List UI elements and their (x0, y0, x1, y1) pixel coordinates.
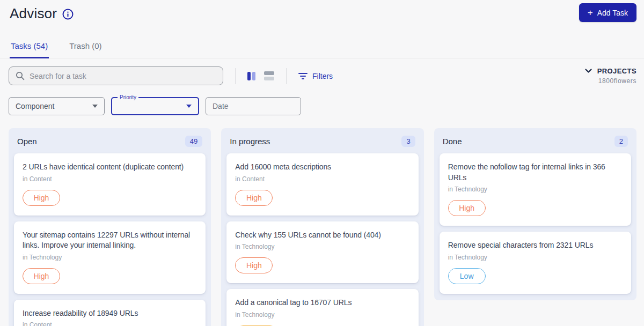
divider (235, 68, 236, 84)
priority-badge: High (23, 190, 60, 206)
column-title: Open (17, 137, 37, 146)
task-category: in Technology (235, 243, 409, 250)
tab-bar: Tasks (54) Trash (0) (0, 36, 644, 58)
priority-badge: High (235, 190, 273, 206)
filters-button[interactable]: Filters (298, 72, 333, 80)
component-select-label: Component (16, 102, 54, 110)
task-card[interactable]: Add a canonical tag to 16707 URLsin Tech… (226, 289, 418, 326)
search-input[interactable] (30, 72, 216, 80)
projects-label: PROJECTS (597, 67, 636, 75)
task-card[interactable]: 2 URLs have identical content (duplicate… (14, 153, 206, 216)
task-category: in Technology (23, 254, 197, 261)
filter-icon (298, 73, 308, 79)
task-title: Remove special characters from 2321 URLs (448, 240, 623, 251)
column-header: Done2 (440, 134, 631, 153)
tab-trash[interactable]: Trash (0) (68, 36, 103, 58)
priority-select[interactable]: Priority (111, 97, 199, 115)
column-count-badge: 3 (401, 136, 415, 147)
priority-badge: High (448, 200, 486, 216)
column-in-progress: In progress3Add 16000 meta descriptionsi… (221, 128, 423, 326)
task-category: in Technology (448, 254, 623, 261)
column-count-badge: 2 (614, 136, 628, 147)
priority-select-label: Priority (118, 94, 138, 100)
task-category: in Technology (448, 186, 623, 193)
column-header: In progress3 (226, 134, 418, 153)
priority-badge: Low (448, 268, 486, 284)
component-select[interactable]: Component (9, 97, 105, 115)
caret-down-icon (92, 105, 98, 108)
projects-panel: PROJECTS 1800flowers (585, 67, 636, 85)
search-box[interactable] (9, 66, 223, 85)
task-card[interactable]: Remove the nofollow tag for internal lin… (440, 153, 631, 226)
task-title: Increase readability of 18949 URLs (23, 308, 197, 319)
task-title: Add 16000 meta descriptions (235, 162, 409, 173)
column-open: Open492 URLs have identical content (dup… (9, 128, 211, 326)
add-task-label: Add Task (597, 9, 628, 17)
card-list: 2 URLs have identical content (duplicate… (14, 153, 206, 326)
kanban-view-icon[interactable] (247, 72, 255, 80)
task-title: 2 URLs have identical content (duplicate… (23, 162, 197, 173)
view-toggles (247, 71, 274, 80)
divider (286, 68, 287, 84)
plus-icon: + (588, 8, 593, 17)
task-category: in Technology (235, 311, 409, 318)
task-card[interactable]: Increase readability of 18949 URLsin Con… (14, 300, 206, 326)
task-title: Add a canonical tag to 16707 URLs (235, 298, 409, 308)
date-input[interactable]: Date (206, 97, 301, 115)
task-card[interactable]: Add 16000 meta descriptionsin ContentHig… (226, 153, 418, 216)
task-category: in Content (235, 175, 409, 183)
card-list: Remove the nofollow tag for internal lin… (440, 153, 631, 294)
priority-badge: High (23, 268, 60, 284)
projects-selector[interactable]: PROJECTS (585, 67, 636, 75)
task-card[interactable]: Your sitemap contains 12297 URLs without… (14, 221, 206, 294)
tab-tasks[interactable]: Tasks (54) (10, 36, 49, 58)
toolbar: Filters PROJECTS 1800flowers (9, 66, 636, 85)
task-card[interactable]: Remove special characters from 2321 URLs… (440, 232, 631, 294)
info-icon[interactable] (62, 9, 74, 20)
column-done: Done2Remove the nofollow tag for interna… (434, 128, 636, 300)
page-title: Advisor (10, 5, 57, 22)
card-list: Add 16000 meta descriptionsin ContentHig… (226, 153, 418, 326)
add-task-button[interactable]: + Add Task (579, 3, 636, 22)
column-title: In progress (230, 137, 270, 146)
project-name: 1800flowers (585, 77, 636, 85)
task-title: Your sitemap contains 12297 URLs without… (23, 230, 197, 251)
column-title: Done (443, 137, 462, 146)
filter-row: Component Priority Date (9, 97, 636, 115)
filters-label: Filters (312, 72, 333, 80)
task-title: Remove the nofollow tag for internal lin… (448, 162, 623, 183)
task-category: in Content (23, 175, 197, 183)
column-header: Open49 (14, 134, 206, 153)
search-icon (16, 71, 25, 80)
task-card[interactable]: Check why 155 URLs cannot be found (404)… (226, 221, 418, 284)
task-category: in Content (23, 321, 197, 326)
chevron-down-icon (585, 69, 592, 73)
column-count-badge: 49 (185, 136, 202, 147)
list-view-icon[interactable] (264, 71, 274, 80)
date-input-label: Date (213, 102, 229, 110)
priority-badge: High (235, 257, 273, 273)
caret-down-icon (186, 105, 192, 108)
kanban-board: Open492 URLs have identical content (dup… (9, 128, 636, 326)
app-header: Advisor + Add Task (0, 0, 644, 22)
task-title: Check why 155 URLs cannot be found (404) (235, 230, 409, 241)
